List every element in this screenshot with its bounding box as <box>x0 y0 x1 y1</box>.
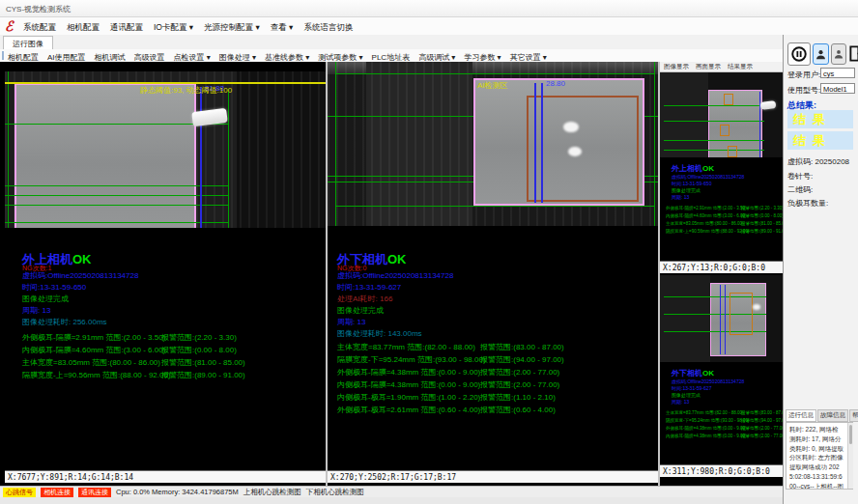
exit-button[interactable] <box>847 42 858 64</box>
left-view-statusbar: X:7677;Y:891;R:14;G:14;B:14 <box>5 470 326 483</box>
middle-highlight-blob-1 <box>563 122 579 132</box>
alarm-range: 报警范围:(2.00 - 77.00) <box>480 379 559 390</box>
menu-item-io-config[interactable]: IO卡配置 ▾ <box>154 22 193 34</box>
mini-lower-blob <box>753 304 760 310</box>
mini-upper-gline-1 <box>664 105 764 106</box>
left-green-hline-5 <box>5 222 229 223</box>
mini-lower-camera-view[interactable]: 外下相机OK 虚拟码:Offline2025020813134728 时间:13… <box>660 275 783 477</box>
alarm-range: 报警范围:(2.20 - 3.30) <box>161 332 237 343</box>
mini-measurement-row: 隔膜宽度-上=90.56mm 范围:(88.00 - 92.00) <box>666 229 749 234</box>
mini-measurement-row: 内侧极耳-隔膜=4.38mm 范围:(0.00 - 9.00) <box>666 434 746 438</box>
middle-ai-time: 处理AI耗时: 166 <box>337 294 392 304</box>
menu-item-system-config[interactable]: 系统配置 <box>23 22 56 34</box>
mini-measurement-row: 内侧极耳-隔膜=4.60mm 范围:(3.00 - 6.00) <box>666 213 746 218</box>
left-camera-result: OK <box>72 252 92 266</box>
mini-upper-roi-2 <box>720 125 729 136</box>
mini-lower-band <box>660 275 710 362</box>
menu-item-light-config[interactable]: 光源控制配置 ▾ <box>204 22 260 34</box>
mini-lower-result: OK <box>702 369 714 378</box>
alarm-range: 报警范围:(89.00 - 91.00) <box>161 370 245 380</box>
mini-lower-image <box>660 275 783 362</box>
login-user-field[interactable]: cys <box>820 68 855 78</box>
mini-measurement-row: 主体宽度=83.77mm 范围:(82.00 - 88.00) <box>666 410 743 415</box>
heartbeat-status-badge: 心跳信号 <box>3 488 36 497</box>
left-cycle: 周期: 13 <box>22 305 50 316</box>
title-bar[interactable]: CYS-视觉检测系统 <box>0 0 858 17</box>
middle-cycle: 周期: 13 <box>337 317 365 327</box>
log-tab-run[interactable]: 运行信息 <box>786 409 816 422</box>
mini-measurement-row: 外侧极耳-隔膜=2.91mm 范围:(2.00 - 3.50) <box>666 206 746 210</box>
mini-lower-title: 外下相机OK <box>672 368 714 378</box>
mini-header-item-3[interactable]: 结果显示 <box>728 63 753 71</box>
alarm-range: 报警范围:(0.00 - 8.00) <box>161 345 237 355</box>
middle-green-vline-1 <box>335 62 336 226</box>
app-window: CYS-视觉检测系统 ℰ 系统配置 相机配置 通讯配置 IO卡配置 ▾ 光源控制… <box>0 0 858 504</box>
menu-item-language-switch[interactable]: 系统语言切换 <box>303 22 353 34</box>
middle-ai-region-label: AI检测区 <box>477 80 508 91</box>
log-tab-row: 运行信息 故障信息 帮助信息 <box>786 409 858 422</box>
alarm-range: 报警范围:(1.10 - 2.10) <box>480 392 556 403</box>
measurement-row: 外侧极耳-隔膜=4.38mm 范围:(0.00 - 9.00) <box>337 367 480 378</box>
menu-item-camera-config[interactable]: 相机配置 <box>67 22 100 34</box>
left-time: 时间:13-31-59-650 <box>22 282 86 293</box>
left-cell-region <box>14 83 196 228</box>
admin-user-button[interactable] <box>831 43 846 65</box>
pause-button[interactable] <box>787 42 811 66</box>
mini-header-item-1[interactable]: 图像显示 <box>664 63 689 71</box>
operator-user-button[interactable] <box>813 43 829 65</box>
middle-time: 时间:13-31-59-627 <box>337 282 401 293</box>
virtual-code-value: 20250208 <box>815 157 849 166</box>
mini-header-item-2[interactable]: 画面显示 <box>696 63 721 71</box>
mini-upper-camera-view[interactable]: 外上相机OK 虚拟码:Offline2025020813134728 时间:13… <box>660 72 783 273</box>
mini-upper-camera-name: 外上相机 <box>672 164 702 173</box>
left-green-hline-4 <box>5 205 229 206</box>
middle-process-time: 图像处理耗时: 143.00ms <box>337 328 422 339</box>
qr-code-label: 二维码: <box>787 184 813 195</box>
left-green-vline-2 <box>228 89 229 228</box>
log-scrollbar-thumb[interactable] <box>849 425 852 444</box>
left-blue-measure-line <box>200 87 202 228</box>
alarm-range: 报警范围:(0.60 - 4.00) <box>480 405 556 415</box>
alarm-range: 报警范围:(94.00 - 97.00) <box>480 354 564 365</box>
measurement-row: 隔膜宽度-上=90.56mm 范围:(88.00 - 92.00) <box>22 370 171 380</box>
left-camera-view[interactable]: 81.88 静态阈值:93, 动态阈值:100 外上相机OK NG次数:1 虚拟… <box>5 62 326 483</box>
pin-number-label: 卷针号: <box>787 171 813 182</box>
measurement-row: 主体宽度=83.05mm 范围:(80.00 - 86.00) <box>22 357 160 368</box>
menu-item-view[interactable]: 查看 ▾ <box>271 22 294 34</box>
user-icon <box>815 48 826 61</box>
mini-upper-title: 外上相机OK <box>672 163 714 174</box>
mini-upper-gline-3 <box>664 140 764 141</box>
middle-blue-measure-line-2 <box>541 83 543 203</box>
log-tab-help[interactable]: 帮助信息 <box>849 409 858 422</box>
mini-upper-blue-line <box>759 92 760 157</box>
alarm-range: 报警范围:(83.00 - 87.00) <box>480 342 564 352</box>
mini-alarm-range: 报警范围:(2.00 - 77.00) <box>741 426 783 431</box>
log-tab-fault[interactable]: 故障信息 <box>817 409 848 422</box>
menu-item-comm-config[interactable]: 通讯配置 <box>110 22 143 34</box>
logout-door-icon <box>848 45 858 62</box>
measurement-row: 外侧极耳-极耳=2.61mm 范围:(0.60 - 4.00) <box>337 405 480 415</box>
mini-lower-statusbar: X:311;Y:980;R:0;G:0;B:0 <box>660 464 783 477</box>
bottom-status-bar: 心跳信号 相机连接 通讯连接 Cpu: 0.0% Memory: 3424.41… <box>0 486 783 497</box>
tab-count-label: 负极耳数量: <box>787 198 828 209</box>
left-green-hline-3 <box>5 195 229 196</box>
model-label: 使用型号: <box>787 85 820 96</box>
measurement-row: 隔膜宽度-下=95.24mm 范围:(93.00 - 98.00) <box>337 354 486 365</box>
log-scrollbar[interactable] <box>847 423 853 489</box>
mini-upper-roi-3 <box>728 146 737 157</box>
model-field[interactable]: Model1 <box>820 83 855 94</box>
mini-upper-status: 图像处理完成 <box>672 187 701 193</box>
comm-connect-badge: 通讯连接 <box>78 488 111 497</box>
middle-camera-view[interactable]: 28.80 AI检测区 外下相机OK NG次数:0 虚拟码:Offline202… <box>328 62 658 483</box>
mini-alarm-range: 报警范围:(89.00 - 91.00) <box>741 229 783 234</box>
measurement-row: 内侧极耳-隔膜=4.38mm 范围:(0.00 - 9.00) <box>337 379 480 390</box>
left-green-hline-2 <box>5 185 229 186</box>
lower-camera-heartbeat: 下相机心跳检测图 <box>306 488 364 497</box>
mini-alarm-range: 报警范围:(94.00 - 97.00) <box>741 418 783 423</box>
right-control-panel: 登录用户: cys 使用型号: Model1 总结果: 结果 结果 虚拟码: 2… <box>783 35 858 504</box>
mini-measurement-row: 外侧极耳-隔膜=4.38mm 范围:(0.00 - 9.00) <box>666 426 746 431</box>
mini-upper-cycle: 周期: 13 <box>672 194 689 200</box>
upper-camera-heartbeat: 上相机心跳检测图 <box>243 488 301 497</box>
toolbar-grip <box>2 51 4 60</box>
log-text-area[interactable]: 耗时: 222, 网络检测耗时: 17, 网络分类耗时: 0, 网络提取分区耗时… <box>786 422 853 490</box>
